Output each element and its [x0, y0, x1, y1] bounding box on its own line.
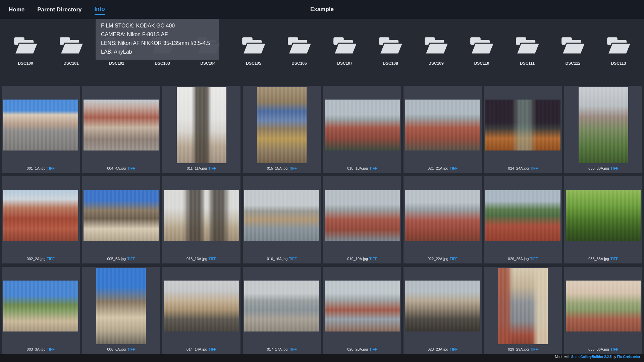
- tiff-link[interactable]: TIFF: [610, 166, 618, 170]
- photo-filename: 016_16A.jpg: [267, 257, 288, 261]
- folder-item-dsc101[interactable]: DSC101: [48, 34, 94, 86]
- photo-imgbox: [323, 86, 401, 164]
- photo-thumbnail[interactable]: [164, 190, 239, 241]
- photo-cell: 001_1A.jpgTIFF: [2, 86, 80, 173]
- photo-thumbnail[interactable]: [498, 268, 548, 344]
- photo-thumbnail[interactable]: [84, 190, 159, 241]
- photo-filename: 005_5A.jpg: [107, 257, 126, 261]
- photo-imgbox: [2, 176, 80, 255]
- photo-cell: 030_30A.jpgTIFF: [564, 86, 642, 173]
- tiff-link[interactable]: TIFF: [127, 257, 135, 261]
- photo-caption: 017_17A.jpgTIFF: [243, 345, 321, 354]
- folder-item-dsc112[interactable]: DSC112: [550, 34, 596, 86]
- folder-label: DSC108: [368, 61, 413, 66]
- nav-item-info[interactable]: Info: [95, 4, 105, 15]
- photo-cell: 024_24A.jpgTIFF: [484, 86, 562, 173]
- folder-item-dsc110[interactable]: DSC110: [459, 34, 504, 86]
- photo-thumbnail[interactable]: [96, 268, 146, 344]
- folder-item-dsc107[interactable]: DSC107: [322, 34, 368, 86]
- tiff-link[interactable]: TIFF: [450, 257, 458, 261]
- tiff-link[interactable]: TIFF: [289, 166, 297, 170]
- tiff-link[interactable]: TIFF: [289, 347, 297, 351]
- photo-thumbnail[interactable]: [325, 100, 400, 150]
- photo-caption: 035_35A.jpgTIFF: [564, 255, 642, 263]
- tiff-link[interactable]: TIFF: [450, 166, 458, 170]
- tiff-link[interactable]: TIFF: [289, 257, 297, 261]
- photo-thumbnail[interactable]: [3, 190, 78, 241]
- photo-thumbnail[interactable]: [3, 100, 78, 150]
- photo-thumbnail[interactable]: [325, 190, 400, 241]
- tiff-link[interactable]: TIFF: [47, 347, 55, 351]
- photo-thumbnail[interactable]: [3, 281, 78, 331]
- photo-filename: 023_23A.jpg: [428, 347, 448, 351]
- tiff-link[interactable]: TIFF: [47, 166, 55, 170]
- tiff-link[interactable]: TIFF: [369, 166, 377, 170]
- photo-imgbox: [404, 176, 482, 255]
- photo-imgbox: [484, 267, 562, 345]
- photo-caption: 011_11A.jpgTIFF: [162, 164, 240, 173]
- folder-item-dsc113[interactable]: DSC113: [596, 34, 641, 86]
- photo-filename: 006_6A.jpg: [107, 347, 126, 351]
- photo-cell: 022_22A.jpgTIFF: [404, 176, 482, 263]
- tiff-link[interactable]: TIFF: [127, 166, 135, 170]
- photo-thumbnail[interactable]: [566, 190, 641, 241]
- tiff-link[interactable]: TIFF: [369, 257, 377, 261]
- tooltip-lab: LAB: AnyLab: [101, 48, 214, 56]
- tiff-link[interactable]: TIFF: [530, 347, 538, 351]
- photo-filename: 013_13A.jpg: [186, 257, 207, 261]
- photo-thumbnail[interactable]: [405, 190, 480, 241]
- tiff-link[interactable]: TIFF: [530, 257, 538, 261]
- photo-filename: 014_14A.jpg: [186, 347, 207, 351]
- folder-item-dsc111[interactable]: DSC111: [504, 34, 550, 86]
- photo-thumbnail[interactable]: [579, 87, 628, 163]
- photo-thumbnail[interactable]: [84, 100, 159, 150]
- photo-filename: 015_15A.jpg: [267, 166, 288, 170]
- photo-thumbnail[interactable]: [177, 87, 226, 163]
- photo-cell: 015_15A.jpgTIFF: [243, 86, 321, 173]
- photo-filename: 024_24A.jpg: [508, 166, 529, 170]
- nav-item-parent-directory[interactable]: Parent Directory: [37, 4, 82, 15]
- photo-filename: 011_11A.jpg: [187, 166, 207, 170]
- author-link[interactable]: Flo Greistorfer: [617, 355, 640, 359]
- footer-text: by: [612, 355, 617, 359]
- folder-icon: [330, 34, 360, 56]
- tiff-link[interactable]: TIFF: [209, 257, 216, 261]
- photo-thumbnail[interactable]: [244, 190, 319, 241]
- top-nav: Home Parent Directory Info Example: [0, 0, 644, 19]
- builder-link[interactable]: StaticGalleryBuilder 2.2.5: [571, 355, 612, 359]
- tiff-link[interactable]: TIFF: [127, 347, 135, 351]
- photo-caption: 026_26A.jpgTIFF: [484, 255, 562, 263]
- folder-item-dsc105[interactable]: DSC105: [231, 34, 276, 86]
- photo-thumbnail[interactable]: [485, 100, 560, 150]
- photo-thumbnail[interactable]: [405, 281, 480, 331]
- photo-thumbnail[interactable]: [244, 281, 319, 331]
- tiff-link[interactable]: TIFF: [610, 257, 618, 261]
- photo-thumbnail[interactable]: [485, 190, 560, 241]
- photo-thumbnail[interactable]: [405, 100, 480, 150]
- tiff-link[interactable]: TIFF: [530, 166, 538, 170]
- folder-item-dsc109[interactable]: DSC109: [413, 34, 459, 86]
- tiff-link[interactable]: TIFF: [209, 347, 216, 351]
- tiff-link[interactable]: TIFF: [610, 347, 618, 351]
- nav-item-home[interactable]: Home: [9, 4, 24, 15]
- photo-thumbnail[interactable]: [257, 87, 307, 163]
- photo-imgbox: [484, 86, 562, 164]
- photo-imgbox: [82, 176, 160, 255]
- photo-imgbox: [2, 86, 80, 164]
- photo-thumbnail[interactable]: [164, 281, 239, 331]
- tiff-link[interactable]: TIFF: [47, 257, 55, 261]
- tiff-link[interactable]: TIFF: [369, 347, 377, 351]
- photo-thumbnail[interactable]: [566, 281, 641, 331]
- folder-item-dsc106[interactable]: DSC106: [276, 34, 322, 86]
- photo-cell: 013_13A.jpgTIFF: [162, 176, 240, 263]
- photo-cell: 017_17A.jpgTIFF: [243, 267, 321, 354]
- folder-item-dsc100[interactable]: DSC100: [3, 34, 48, 86]
- photo-filename: 026_26A.jpg: [508, 257, 529, 261]
- tiff-link[interactable]: TIFF: [208, 166, 216, 170]
- photo-thumbnail[interactable]: [325, 281, 400, 331]
- folder-item-dsc108[interactable]: DSC108: [368, 34, 413, 86]
- photo-caption: 036_36A.jpgTIFF: [564, 345, 642, 354]
- photo-filename: 004_4A.jpg: [107, 166, 126, 170]
- tiff-link[interactable]: TIFF: [450, 347, 458, 351]
- photo-cell: 004_4A.jpgTIFF: [82, 86, 160, 173]
